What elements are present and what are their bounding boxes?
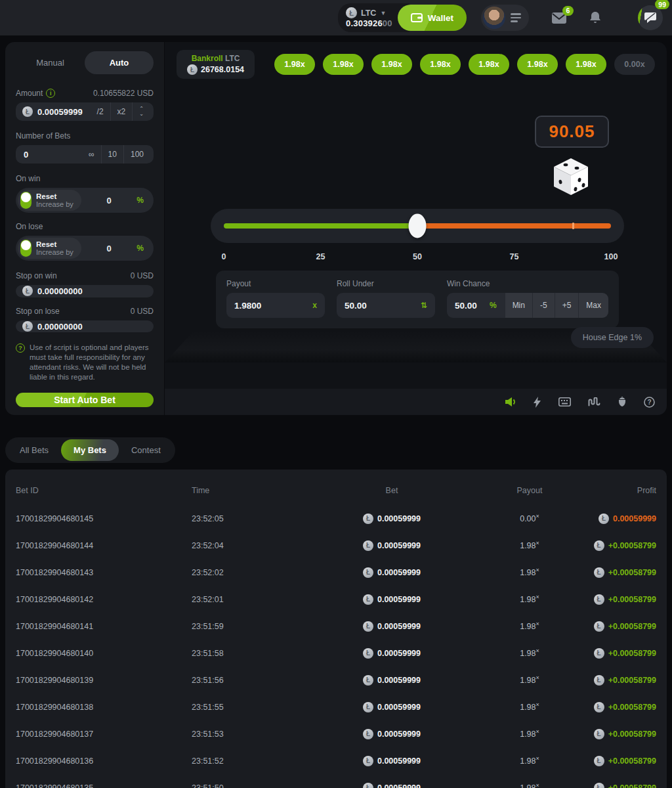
- multiplier-badge[interactable]: 1.98x: [566, 54, 606, 75]
- on-win-label: On win: [16, 174, 40, 183]
- bet-profit: Ł+0.00058799: [592, 783, 656, 788]
- notifications-button[interactable]: [589, 11, 601, 24]
- bet-amount-value: 0.00059999: [377, 568, 421, 577]
- win-chance-minus5-button[interactable]: -5: [532, 293, 555, 318]
- bet-time: 23:52:01: [192, 595, 316, 604]
- info-icon[interactable]: i: [46, 89, 55, 98]
- bet-amount: Ł0.00059999: [316, 783, 467, 788]
- script-disclaimer: ? Use of script is optional and players …: [16, 343, 154, 382]
- on-lose-mode[interactable]: Reset Increase by: [18, 238, 81, 259]
- ltc-coin-icon: Ł: [22, 106, 33, 117]
- bet-amount-value: 0.00059999: [377, 541, 421, 550]
- on-win-toggle[interactable]: [20, 192, 32, 209]
- user-menu[interactable]: [481, 5, 529, 31]
- bet-profit: Ł+0.00058799: [592, 648, 656, 659]
- payout-input[interactable]: 1.9800 x: [226, 293, 325, 318]
- table-row: 1700182990468013523:51:50Ł0.000599991.98…: [16, 774, 656, 788]
- bet-controls: Payout 1.9800 x Roll Under 50.00 ⇅ Win C…: [216, 271, 619, 328]
- roll-under-value: 50.00: [345, 301, 421, 311]
- stats-button[interactable]: [588, 397, 600, 406]
- bets-count-option[interactable]: 100: [123, 145, 150, 164]
- amount-input[interactable]: Ł 0.00059999 /2 x2 ⌃⌄: [16, 102, 154, 121]
- ltc-coin-icon: Ł: [363, 514, 373, 524]
- wallet-button[interactable]: Wallet: [398, 5, 467, 31]
- half-button[interactable]: /2: [91, 102, 110, 121]
- recent-multipliers: 1.98x1.98x1.98x1.98x1.98x1.98x1.98x0.00x: [262, 54, 655, 75]
- win-chance-input[interactable]: 50.00 %: [447, 293, 505, 318]
- multiplier-badge[interactable]: 1.98x: [274, 54, 315, 75]
- on-win-mode[interactable]: Reset Increase by: [18, 190, 81, 211]
- multiplier-badge[interactable]: 1.98x: [323, 54, 364, 75]
- bet-profit: Ł+0.00058799: [592, 729, 656, 739]
- bet-id: 17001829904680144: [16, 541, 192, 550]
- bet-time: 23:51:53: [192, 730, 316, 739]
- double-button[interactable]: x2: [110, 102, 133, 121]
- bets-count-option[interactable]: ∞: [82, 145, 101, 164]
- seed-button[interactable]: [618, 397, 627, 407]
- bet-payout: 1.98×: [467, 674, 592, 685]
- bets-count-option[interactable]: 10: [101, 145, 123, 164]
- multiplier-badge[interactable]: 1.98x: [420, 54, 461, 75]
- tab-contest[interactable]: Contest: [119, 439, 173, 461]
- stop-on-lose-input[interactable]: Ł 0.00000000: [16, 320, 154, 333]
- on-lose-value[interactable]: 0: [81, 244, 136, 253]
- hotkeys-button[interactable]: [558, 397, 571, 406]
- win-chance-max-button[interactable]: Max: [578, 293, 608, 318]
- turbo-button[interactable]: [534, 397, 541, 408]
- multiplier-badge[interactable]: 1.98x: [517, 54, 558, 75]
- on-lose-toggle[interactable]: [20, 240, 32, 257]
- multiplier-badge[interactable]: 1.98x: [371, 54, 412, 75]
- bet-id: 17001829904680145: [16, 514, 192, 523]
- bet-payout: 1.98×: [467, 782, 592, 788]
- seed-icon: [618, 397, 627, 407]
- stop-on-lose-usd: 0 USD: [131, 307, 154, 316]
- on-win-value[interactable]: 0: [81, 196, 136, 206]
- slider-handle[interactable]: [409, 214, 427, 238]
- tab-my-bets[interactable]: My Bets: [61, 439, 119, 461]
- avatar: [483, 7, 505, 29]
- on-lose-percent: %: [136, 244, 152, 253]
- bet-payout: 0.00×: [467, 513, 592, 523]
- chat-button[interactable]: 99: [638, 5, 663, 30]
- table-row: 1700182990468013623:51:52Ł0.000599991.98…: [16, 747, 656, 774]
- win-chance-plus5-button[interactable]: +5: [555, 293, 579, 318]
- volume-icon: [505, 397, 516, 407]
- ltc-coin-icon: Ł: [594, 756, 604, 766]
- multiplier-badge[interactable]: 0.00x: [614, 54, 655, 75]
- house-edge-badge: House Edge 1%: [571, 327, 654, 348]
- number-of-bets-input[interactable]: 0 ∞10100: [16, 145, 154, 164]
- bet-id: 17001829904680140: [16, 649, 192, 658]
- swap-icon[interactable]: ⇅: [421, 301, 427, 310]
- multiplier-badge[interactable]: 1.98x: [469, 54, 509, 75]
- bet-time: 23:51:59: [192, 622, 316, 631]
- win-chance-min-button[interactable]: Min: [505, 293, 532, 318]
- ltc-coin-icon: Ł: [363, 729, 373, 739]
- amount-value: 0.00059999: [37, 107, 91, 117]
- stop-on-win-input[interactable]: Ł 0.00000000: [16, 285, 154, 297]
- tab-all-bets[interactable]: All Bets: [7, 439, 61, 461]
- table-row: 1700182990468014123:51:59Ł0.000599991.98…: [16, 613, 656, 640]
- tab-manual[interactable]: Manual: [16, 51, 85, 74]
- ltc-coin-icon: Ł: [594, 540, 604, 551]
- roll-under-input[interactable]: 50.00 ⇅: [337, 293, 435, 318]
- amount-stepper[interactable]: ⌃⌄: [132, 102, 150, 121]
- ltc-coin-icon: Ł: [363, 621, 373, 632]
- keyboard-icon: [558, 397, 571, 406]
- ltc-coin-icon: Ł: [594, 621, 604, 632]
- on-win-reset-label: Reset: [36, 192, 74, 200]
- chat-icon: [644, 12, 657, 24]
- ltc-coin-icon: Ł: [363, 594, 373, 605]
- bet-profit-value: +0.00058799: [608, 649, 656, 658]
- bet-amount-value: 0.00059999: [377, 676, 421, 685]
- win-chance-buttons: Min-5+5Max: [505, 293, 608, 318]
- ltc-coin-icon: Ł: [594, 567, 604, 578]
- slider-track[interactable]: [224, 223, 611, 229]
- roll-slider: 0255075100: [211, 209, 624, 267]
- messages-button[interactable]: 6: [551, 12, 567, 24]
- start-auto-bet-button[interactable]: Start Auto Bet: [16, 393, 154, 407]
- sound-button[interactable]: [505, 397, 516, 407]
- game-toolbar: ?: [165, 389, 667, 415]
- tab-auto[interactable]: Auto: [85, 51, 154, 74]
- help-button[interactable]: ?: [644, 397, 655, 408]
- bet-time: 23:51:58: [192, 649, 316, 658]
